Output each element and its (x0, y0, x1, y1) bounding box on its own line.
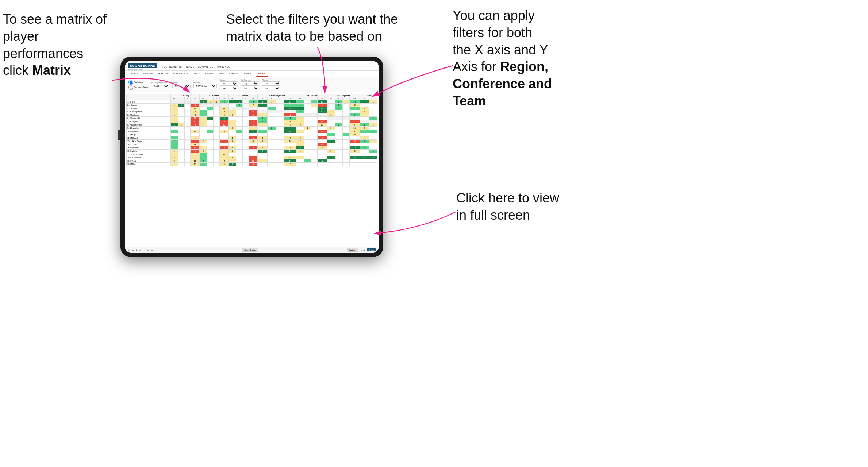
matrix-cell (236, 140, 243, 143)
matrix-cell: 10 (349, 133, 360, 136)
matrix-cell: 4 (220, 117, 228, 120)
matrix-cell (304, 153, 311, 156)
conference-select-2[interactable]: (All) (241, 86, 259, 90)
matrix-cell (242, 159, 249, 163)
matrix-cell (296, 159, 304, 163)
watch-btn[interactable]: Watch ▾ (347, 248, 358, 252)
matrix-cell: 1 (220, 140, 228, 143)
matrix-cell (268, 136, 276, 140)
matrix-cell (236, 159, 243, 163)
tab-h2h-heatmap[interactable]: H2H Heatmap (171, 71, 191, 77)
matrix-cell: 2 (360, 146, 369, 150)
compact-view-option[interactable]: Compact View (128, 85, 148, 90)
player-name-cell: 4. M Thorbjornsen (127, 110, 171, 113)
max-players-select[interactable]: Top 25 (151, 84, 169, 88)
matrix-cell (258, 163, 268, 166)
matrix-cell (342, 113, 349, 117)
matrix-cell (178, 120, 184, 123)
matrix-cell (220, 127, 228, 130)
tab-players[interactable]: Players (203, 71, 215, 77)
division-select[interactable]: NCAA Division I (193, 84, 217, 88)
matrix-cell: 13 (191, 163, 199, 166)
matrix-cell: 2 (360, 127, 369, 130)
matrix-cell: 11 (191, 130, 199, 133)
matrix-cell (360, 136, 369, 140)
toolbar-left: ↩ ↪ ↕ ⊞ ⊡ ⊕ ◎ (128, 249, 153, 251)
expand-btn[interactable]: ⊡ (143, 249, 145, 251)
matrix-cell: 11 (284, 100, 296, 104)
player-name-cell: 3. J Koivun (127, 107, 171, 110)
matrix-cell (199, 120, 207, 123)
tab-h2h-grid-2[interactable]: H2H Grid (226, 71, 241, 77)
matrix-cell (268, 153, 276, 156)
tab-detail[interactable]: Detail (216, 71, 227, 77)
matrix-cell (213, 159, 220, 163)
tab-h2h-grid[interactable]: H2H Grid (156, 71, 171, 77)
matrix-cell: 2 (236, 130, 243, 133)
full-view-option[interactable]: Full View (128, 80, 148, 85)
matrix-cell: 1 (360, 140, 369, 143)
matrix-cell (228, 130, 236, 133)
matrix-cell: 8 (349, 113, 360, 117)
matrix-cell: 1 (191, 136, 199, 140)
matrix-cell (228, 159, 236, 163)
matrix-cell (178, 100, 184, 104)
matrix-cell (335, 120, 342, 123)
matrix-cell (342, 140, 349, 143)
nav-committee[interactable]: COMMITTEE (198, 66, 213, 68)
matrix-cell: -4 (220, 146, 228, 150)
tab-matrix-active[interactable]: Matrix (256, 71, 268, 77)
matrix-cell (242, 150, 249, 153)
players-select-2[interactable]: (All) (262, 86, 280, 90)
settings-btn[interactable]: ◎ (151, 249, 153, 251)
matrix-cell (296, 156, 304, 159)
nav-rankings[interactable]: RANKINGS (217, 66, 230, 68)
matrix-cell: 1 (335, 100, 342, 104)
matrix-cell: 6 (284, 163, 296, 166)
matrix-cell (276, 156, 284, 159)
matrix-cell (184, 150, 191, 153)
matrix-cell (335, 133, 342, 136)
matrix-cell (311, 123, 317, 127)
matrix-cell (258, 107, 268, 110)
conference-select-1[interactable]: (All) (241, 81, 259, 86)
matrix-cell: 1 (327, 150, 335, 153)
add-btn[interactable]: ⊕ (147, 249, 149, 251)
matrix-cell: 1 (360, 156, 369, 159)
matrix-cell (304, 163, 311, 166)
nav-tournaments[interactable]: TOURNAMENTS (162, 66, 182, 68)
matrix-cell (276, 159, 284, 163)
player-name-cell: 14. J Lundin (127, 143, 171, 146)
col-header-7: 7. G Sa (360, 94, 377, 97)
matrix-cell (349, 159, 360, 163)
gender-select[interactable]: Men's (172, 84, 191, 88)
tab-matrix[interactable]: Matrix (191, 71, 203, 77)
region-select-1[interactable]: N/A (220, 81, 238, 86)
tab-teams[interactable]: Teams (128, 71, 141, 77)
undo-btn[interactable]: ↩ (128, 249, 130, 251)
tab-h2h-trunc[interactable]: H2H H... (242, 71, 256, 77)
matrix-cell (268, 123, 276, 127)
grid-btn[interactable]: ⊞ (139, 249, 141, 251)
player-name-cell: 2. L Clanton (127, 104, 171, 107)
region-select-2[interactable]: N/A (220, 86, 238, 90)
matrix-cell: 7 (249, 104, 257, 107)
matrix-cell: 2 (170, 159, 178, 163)
matrix-cell (184, 107, 191, 110)
matrix-cell (327, 130, 335, 133)
share-btn[interactable]: Share (367, 248, 376, 251)
toolbar-right: Watch ▾ ⊡ ⊞ Share (347, 248, 376, 252)
players-select-1[interactable]: (All) (262, 81, 280, 86)
matrix-cell (296, 153, 304, 156)
matrix-cell (349, 163, 360, 166)
view-original-btn[interactable]: View: Original (242, 248, 258, 252)
reset-btn[interactable]: ↕ (136, 249, 137, 251)
annotation-top-right: You can apply filters for both the X axi… (453, 7, 552, 110)
tab-summary[interactable]: Summary (141, 71, 156, 77)
matrix-cell (242, 107, 249, 110)
matrix-cell: 14 (284, 140, 296, 143)
matrix-cell (276, 120, 284, 123)
redo-btn[interactable]: ↪ (132, 249, 134, 251)
matrix-cell (311, 163, 317, 166)
nav-teams[interactable]: TEAMS (185, 66, 194, 68)
